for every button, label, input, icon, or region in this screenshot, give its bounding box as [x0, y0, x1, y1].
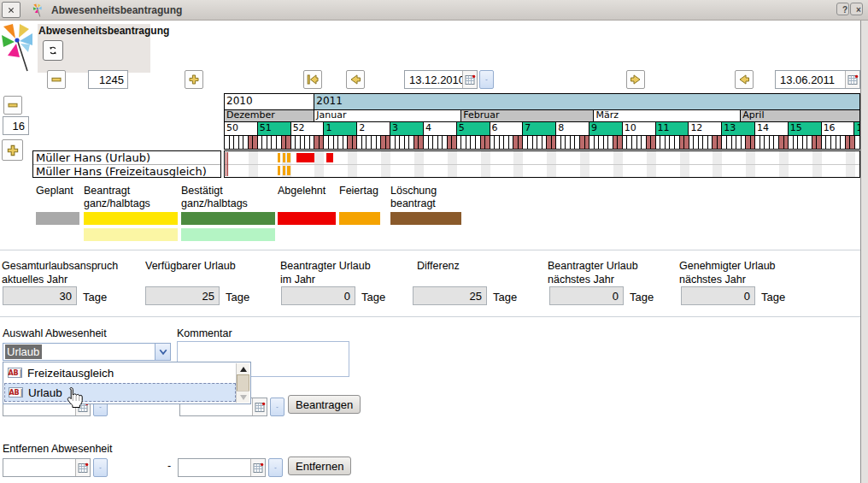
chevron-down-icon — [485, 76, 488, 84]
chevron-down-icon — [276, 403, 279, 411]
remove-end-date-field[interactable] — [178, 458, 266, 477]
calendar-icon[interactable] — [75, 459, 90, 476]
summary-value-field: 25 — [145, 286, 220, 305]
gantt-bar — [287, 153, 290, 162]
remove-start-date-dropdown-button[interactable] — [93, 458, 108, 477]
summary-label: Gesamturlaubsanspruch aktuelles Jahr — [2, 259, 118, 286]
week-cell: 15 — [789, 122, 822, 135]
close-icon[interactable] — [2, 2, 21, 18]
zoom-out-button[interactable] — [3, 96, 22, 115]
window-close-button[interactable]: × — [850, 3, 863, 15]
calendar-icon[interactable] — [845, 71, 859, 88]
plus-icon — [5, 143, 21, 158]
minus-icon — [6, 98, 20, 112]
week-cell: 1 — [324, 122, 357, 135]
legend-label: Beantragt ganz/halbtags — [84, 185, 150, 210]
legend-swatch — [181, 228, 275, 241]
today-marker — [227, 152, 228, 176]
summary-value-field: 25 — [413, 286, 487, 305]
week-cell: 8 — [556, 122, 589, 135]
date-from-value[interactable]: 13.12.2010 — [405, 71, 462, 88]
week-cell: 16 — [822, 122, 855, 135]
gantt-bar — [278, 153, 280, 162]
legend-swatch — [36, 212, 79, 225]
dropdown-item-label: Freizeitausgleich — [27, 367, 114, 380]
week-cell: 51 — [258, 122, 291, 135]
app-pinwheel-icon — [31, 3, 44, 17]
comment-label: Kommentar — [177, 327, 232, 339]
absence-combobox[interactable]: Urlaub — [3, 343, 171, 361]
calendar-icon[interactable] — [252, 398, 267, 415]
remove-button[interactable]: Entfernen — [288, 456, 351, 475]
month-cell: März — [594, 110, 741, 121]
summary-unit-label: Tage — [493, 291, 517, 303]
record-increment-button[interactable] — [185, 70, 203, 89]
date-from-field[interactable]: 13.12.2010 — [404, 70, 478, 89]
dropdown-item[interactable]: AB|Freizeitausgleich — [4, 363, 236, 382]
next-period-button[interactable] — [626, 70, 645, 89]
prev-period-button[interactable] — [346, 70, 365, 89]
remove-absence-label: Entfernen Abwesenheit — [3, 443, 113, 455]
scrollbar-thumb[interactable] — [237, 374, 249, 392]
week-cell: 11 — [656, 122, 689, 135]
date-to-field[interactable]: 13.06.2011 — [775, 70, 860, 89]
legend-swatch — [278, 212, 336, 225]
request-button[interactable]: Beantragen — [288, 395, 361, 414]
week-cell: 10 — [623, 122, 656, 135]
summary-label: Beantragter Urlaub nächstes Jahr — [548, 259, 638, 286]
week-cell: 17 — [854, 122, 859, 135]
record-number-input[interactable] — [88, 70, 128, 89]
remove-end-date-dropdown-button[interactable] — [268, 458, 283, 477]
zoom-value-input[interactable] — [3, 116, 29, 135]
year-cell: 2010 — [225, 94, 314, 109]
gantt-bar — [326, 153, 333, 162]
summary-unit-label: Tage — [83, 291, 107, 303]
week-cell: 12 — [689, 122, 722, 135]
help-button[interactable]: ? — [836, 3, 849, 15]
summary-label: Differenz — [417, 259, 460, 273]
week-cell: 5 — [457, 122, 490, 135]
calendar-icon[interactable] — [462, 71, 477, 88]
refresh-button[interactable] — [43, 40, 63, 61]
summary-value-field: 0 — [281, 286, 355, 305]
summary-label: Genehmigter Urlaub nächstes Jahr — [679, 259, 776, 286]
legend-label: Geplant — [36, 185, 73, 197]
absence-dropdown-list[interactable]: AB|FreizeitausgleichAB|Urlaub — [3, 362, 251, 404]
month-cell: Februar — [461, 110, 594, 121]
summary-label: Beantragter Urlaub im Jahr — [280, 259, 371, 286]
chevron-down-icon — [99, 464, 102, 472]
month-cell: Januar — [314, 110, 461, 121]
goto-start-button[interactable] — [303, 70, 322, 89]
week-cell: 4 — [424, 122, 457, 135]
summary-unit-label: Tage — [761, 291, 785, 303]
summary-unit-label: Tage — [630, 291, 654, 303]
request-end-date-dropdown-button[interactable] — [270, 398, 284, 416]
date-from-dropdown-button[interactable] — [479, 70, 494, 89]
legend-label: Löschung beantragt — [390, 185, 437, 210]
week-cell: 6 — [490, 122, 524, 135]
legend-label: Bestätigt ganz/halbtags — [181, 185, 248, 210]
calendar-icon[interactable] — [250, 459, 265, 476]
legend-label: Feiertag — [339, 185, 378, 197]
combobox-open-button[interactable] — [155, 344, 170, 360]
text-field-icon: AB| — [8, 368, 22, 378]
date-to-value[interactable]: 13.06.2011 — [776, 71, 845, 88]
remove-start-date-field[interactable] — [3, 458, 91, 477]
week-cell: 13 — [722, 122, 755, 135]
scroll-down-icon[interactable] — [237, 391, 249, 403]
remove-end-date-value[interactable] — [179, 459, 250, 476]
dropdown-scrollbar[interactable] — [236, 363, 249, 403]
dropdown-item[interactable]: AB|Urlaub — [4, 383, 236, 402]
zoom-in-button[interactable] — [2, 139, 23, 161]
summary-unit-label: Tage — [361, 291, 385, 303]
record-decrement-button[interactable] — [47, 70, 66, 89]
week-cell: 52 — [291, 122, 325, 135]
remove-start-date-value[interactable] — [3, 459, 75, 476]
summary-value-field: 0 — [549, 286, 624, 305]
scroll-up-icon[interactable] — [237, 363, 249, 375]
week-cell: 3 — [390, 122, 424, 135]
end-date-prev-button[interactable] — [735, 70, 754, 89]
summary-label: Verfügbarer Urlaub — [145, 259, 236, 273]
title-bar: Abwesenheitsbeantragung ? × — [0, 0, 868, 21]
first-arrow-icon — [306, 73, 320, 86]
